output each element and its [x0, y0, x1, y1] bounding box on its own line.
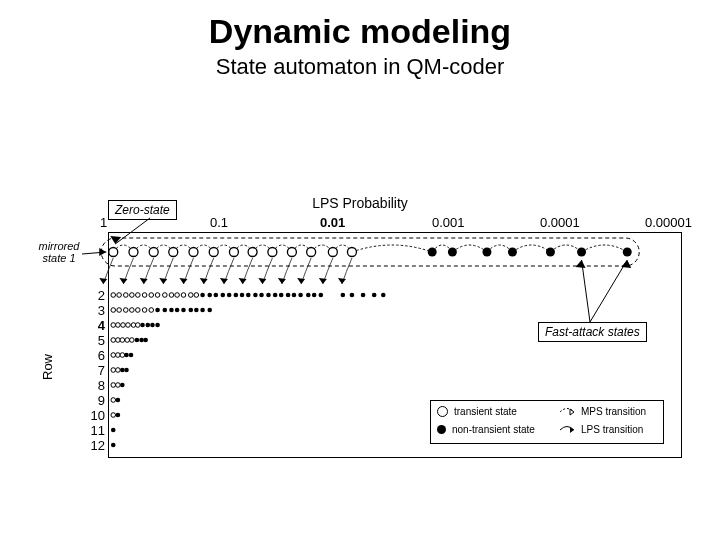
svg-point-105	[150, 323, 155, 328]
svg-point-26	[169, 248, 178, 257]
svg-point-72	[298, 293, 303, 298]
svg-point-31	[268, 248, 277, 257]
svg-marker-5	[140, 278, 148, 284]
svg-marker-18	[110, 236, 121, 244]
svg-point-97	[111, 323, 116, 328]
svg-point-112	[135, 338, 140, 343]
svg-marker-7	[179, 278, 187, 284]
svg-point-59	[214, 293, 219, 298]
svg-point-102	[136, 323, 141, 328]
svg-point-83	[123, 308, 128, 313]
svg-point-51	[163, 293, 168, 298]
svg-point-106	[155, 323, 160, 328]
svg-marker-13	[297, 278, 305, 284]
svg-point-108	[116, 338, 121, 343]
svg-point-25	[149, 248, 158, 257]
svg-point-73	[306, 293, 311, 298]
svg-point-123	[124, 368, 129, 373]
svg-line-17	[115, 218, 150, 244]
svg-point-55	[188, 293, 193, 298]
svg-point-45	[123, 293, 128, 298]
svg-point-47	[136, 293, 141, 298]
svg-point-103	[140, 323, 145, 328]
svg-point-63	[240, 293, 245, 298]
svg-point-48	[142, 293, 147, 298]
svg-point-93	[188, 308, 193, 313]
svg-point-94	[194, 308, 199, 313]
svg-marker-12	[278, 278, 286, 284]
svg-marker-14	[319, 278, 327, 284]
svg-point-57	[200, 293, 205, 298]
svg-point-68	[273, 293, 278, 298]
svg-point-81	[111, 308, 116, 313]
svg-point-79	[372, 293, 377, 298]
svg-point-95	[200, 308, 205, 313]
slide: Dynamic modeling State automaton in QM-c…	[0, 0, 720, 540]
svg-point-104	[146, 323, 151, 328]
svg-point-90	[169, 308, 174, 313]
svg-point-84	[130, 308, 135, 313]
svg-rect-2	[101, 238, 639, 266]
svg-marker-22	[621, 260, 631, 268]
svg-point-110	[125, 338, 130, 343]
svg-point-74	[312, 293, 317, 298]
svg-point-69	[279, 293, 284, 298]
svg-point-50	[155, 293, 160, 298]
svg-point-56	[194, 293, 199, 298]
svg-point-115	[111, 353, 116, 358]
svg-point-71	[292, 293, 297, 298]
svg-marker-16	[99, 248, 106, 256]
svg-point-64	[246, 293, 251, 298]
svg-point-38	[482, 248, 491, 257]
svg-point-114	[143, 338, 148, 343]
svg-point-91	[175, 308, 180, 313]
svg-point-35	[347, 248, 356, 257]
svg-point-78	[361, 293, 366, 298]
svg-point-127	[111, 398, 116, 403]
svg-marker-10	[239, 278, 247, 284]
svg-marker-6	[159, 278, 167, 284]
svg-point-111	[130, 338, 135, 343]
svg-marker-3	[99, 278, 107, 284]
svg-point-24	[129, 248, 138, 257]
svg-point-122	[120, 368, 125, 373]
svg-point-36	[428, 248, 437, 257]
svg-point-117	[120, 353, 125, 358]
svg-point-30	[248, 248, 257, 257]
svg-point-37	[448, 248, 457, 257]
svg-point-67	[266, 293, 271, 298]
svg-point-61	[227, 293, 232, 298]
svg-point-92	[181, 308, 186, 313]
svg-point-42	[623, 248, 632, 257]
svg-line-19	[582, 260, 590, 322]
svg-point-132	[111, 443, 116, 448]
svg-point-34	[328, 248, 337, 257]
svg-point-86	[142, 308, 147, 313]
svg-marker-4	[119, 278, 127, 284]
chart-svg	[0, 0, 720, 540]
svg-point-58	[207, 293, 212, 298]
svg-point-85	[136, 308, 141, 313]
svg-point-126	[120, 383, 125, 388]
svg-point-128	[116, 398, 121, 403]
svg-point-49	[149, 293, 154, 298]
svg-point-41	[577, 248, 586, 257]
svg-point-129	[111, 413, 116, 418]
svg-point-99	[121, 323, 126, 328]
svg-point-107	[111, 338, 116, 343]
svg-point-65	[253, 293, 258, 298]
svg-point-89	[163, 308, 168, 313]
svg-point-77	[350, 293, 355, 298]
svg-marker-8	[200, 278, 208, 284]
svg-point-131	[111, 428, 116, 433]
svg-point-70	[286, 293, 291, 298]
svg-point-100	[126, 323, 131, 328]
svg-point-130	[116, 413, 121, 418]
svg-point-88	[155, 308, 160, 313]
svg-point-124	[111, 383, 116, 388]
svg-point-32	[287, 248, 296, 257]
svg-point-66	[259, 293, 264, 298]
svg-point-23	[109, 248, 118, 257]
svg-point-98	[116, 323, 121, 328]
svg-point-54	[181, 293, 186, 298]
